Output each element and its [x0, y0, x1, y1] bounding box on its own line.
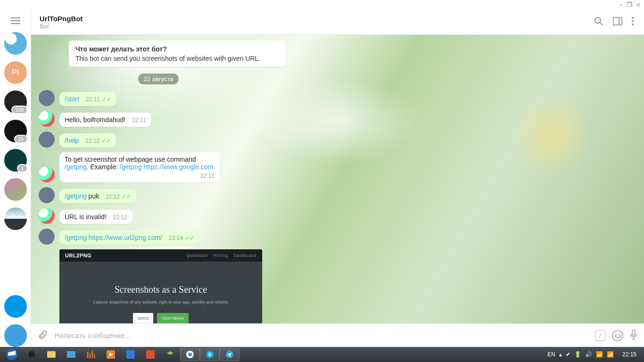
attach-icon[interactable] [38, 329, 48, 342]
sender-avatar[interactable] [39, 208, 55, 224]
chat-avatar[interactable]: 25 [4, 120, 27, 142]
hamburger-menu[interactable] [7, 12, 24, 29]
chat-subtitle: бот [40, 23, 586, 30]
message-row: /help 22:12 ✓✓ [39, 132, 636, 148]
message-input[interactable] [55, 331, 588, 339]
chat-avatar[interactable] [4, 178, 27, 201]
svg-point-3 [632, 20, 634, 22]
info-question: Что может делать этот бот? [75, 45, 279, 53]
read-ticks-icon: ✓✓ [101, 138, 111, 144]
taskbar-clock[interactable]: 22:15 [622, 351, 636, 358]
svg-rect-9 [67, 351, 75, 358]
message-time: 22:12 [106, 193, 120, 200]
chat-avatars: PI 109 25 1 [4, 32, 27, 347]
chat-avatar[interactable] [4, 266, 27, 288]
sender-avatar[interactable] [39, 229, 55, 245]
sender-avatar[interactable] [39, 132, 55, 148]
date-separator: 22 августа [138, 74, 179, 84]
sender-avatar[interactable] [39, 90, 55, 106]
emoji-icon[interactable] [612, 330, 623, 341]
chat-header: UrlToPngBot бот [31, 9, 644, 35]
svg-rect-5 [632, 330, 635, 336]
command-text: /help [65, 137, 79, 144]
taskbar-app[interactable] [101, 348, 121, 361]
svg-rect-13 [146, 350, 155, 359]
battery-icon[interactable]: 🔋 [574, 351, 581, 358]
taskbar-app[interactable] [61, 348, 81, 361]
svg-point-7 [28, 351, 35, 358]
message-bubble-out[interactable]: /start 22:11 ✓✓ [59, 92, 116, 106]
main-panel: UrlToPngBot бот Что может делать этот бо… [31, 9, 644, 347]
command-text: /getpng [65, 163, 87, 171]
window-close[interactable]: × [636, 1, 640, 8]
svg-point-4 [632, 24, 634, 25]
window-maximize[interactable]: ❐ [627, 1, 633, 8]
message-bubble-out[interactable]: /help 22:12 ✓✓ [59, 133, 116, 148]
command-text: /getpng https://www.google.com [120, 163, 213, 171]
chat-avatar[interactable] [4, 237, 27, 259]
chat-avatar[interactable]: 109 [4, 90, 27, 113]
taskbar-app[interactable] [140, 348, 160, 361]
chat-avatar[interactable] [4, 207, 27, 230]
volume-icon[interactable]: 🔊 [585, 351, 592, 358]
message-bubble-in[interactable]: URL is invalid! 22:12 [59, 210, 132, 224]
commands-icon[interactable]: / [595, 330, 605, 341]
preview-body: Screenshots as a Service Capture snapsho… [59, 262, 262, 323]
message-bubble-in[interactable]: Hello, boifromdahud! 22:11 [59, 113, 151, 127]
chat-title-block[interactable]: UrlToPngBot бот [40, 15, 586, 30]
preview-nav-link: Dashboard [233, 253, 256, 258]
system-tray[interactable]: EN ▴ ✔ 🔋 🔊 📶 📶 22:15 [547, 351, 642, 358]
chat-avatar[interactable] [4, 295, 27, 318]
window-minimize[interactable]: − [619, 1, 623, 8]
svg-rect-12 [126, 350, 135, 359]
command-text: /getpng https://www.url2png.com/ [65, 234, 162, 241]
read-ticks-icon: ✓✓ [102, 96, 111, 103]
voice-icon[interactable] [630, 329, 637, 342]
more-icon[interactable] [630, 15, 636, 29]
taskbar-chrome[interactable] [180, 348, 200, 361]
taskbar-app[interactable] [81, 348, 101, 361]
preview-nav-link: Pricing [213, 253, 228, 258]
message-time: 22:11 [86, 96, 100, 103]
message-list[interactable]: Что может делать этот бот? This bot can … [31, 35, 644, 323]
tray-icon[interactable]: ✔ [566, 351, 570, 358]
read-ticks-icon: ✓✓ [122, 193, 131, 200]
taskbar-telegram[interactable] [220, 348, 239, 361]
tray-expand-icon[interactable]: ▴ [559, 351, 562, 358]
screenshot-preview[interactable]: URL2PNG Quickstart Pricing Dashboard Scr… [59, 249, 262, 323]
preview-navbar: URL2PNG Quickstart Pricing Dashboard [59, 249, 262, 262]
search-icon[interactable] [592, 15, 605, 30]
taskbar-app[interactable] [121, 348, 140, 361]
sidepanel-icon[interactable] [611, 15, 624, 29]
sender-avatar[interactable] [39, 111, 55, 127]
start-button[interactable] [2, 348, 22, 361]
message-row: To get screenshot of webpage use command… [39, 152, 636, 182]
taskbar-app[interactable] [41, 348, 61, 361]
taskbar-app[interactable] [160, 348, 180, 361]
taskbar-skype[interactable]: S [200, 348, 220, 361]
message-bubble-out[interactable]: /getpng https://www.url2png.com/ 22:14 ✓… [59, 230, 199, 245]
chat-avatar[interactable] [4, 32, 27, 55]
wifi-icon[interactable]: 📶 [607, 351, 614, 358]
preview-tagline: Capture snapshots of any website, right … [93, 300, 229, 304]
language-indicator[interactable]: EN [547, 351, 555, 358]
svg-point-2 [632, 17, 634, 19]
svg-rect-1 [613, 17, 622, 25]
message-row: /getpng https://www.url2png.com/ 22:14 ✓… [39, 229, 636, 245]
unread-badge: 25 [14, 135, 26, 143]
taskbar-app[interactable] [22, 348, 41, 361]
message-bubble-out[interactable]: /getpng puk 22:12 ✓✓ [59, 189, 136, 203]
chat-avatar[interactable]: 1 [4, 149, 27, 172]
chat-avatar[interactable] [4, 324, 27, 347]
preview-btn-test: TEST DRIVE [157, 313, 189, 324]
sender-avatar[interactable] [39, 187, 55, 203]
network-icon[interactable]: 📶 [596, 351, 603, 358]
window-titlebar: − ❐ × [0, 0, 644, 9]
message-bubble-in[interactable]: To get screenshot of webpage use command… [59, 152, 220, 182]
chat-avatar[interactable]: PI [4, 61, 27, 84]
sender-avatar[interactable] [39, 166, 55, 182]
app-root: PI 109 25 1 UrlToPngBot бот [0, 9, 644, 347]
preview-nav-link: Quickstart [186, 253, 208, 258]
info-description: This bot can send you screenshots of web… [75, 55, 279, 62]
chat-list-sidebar: PI 109 25 1 [0, 9, 31, 347]
